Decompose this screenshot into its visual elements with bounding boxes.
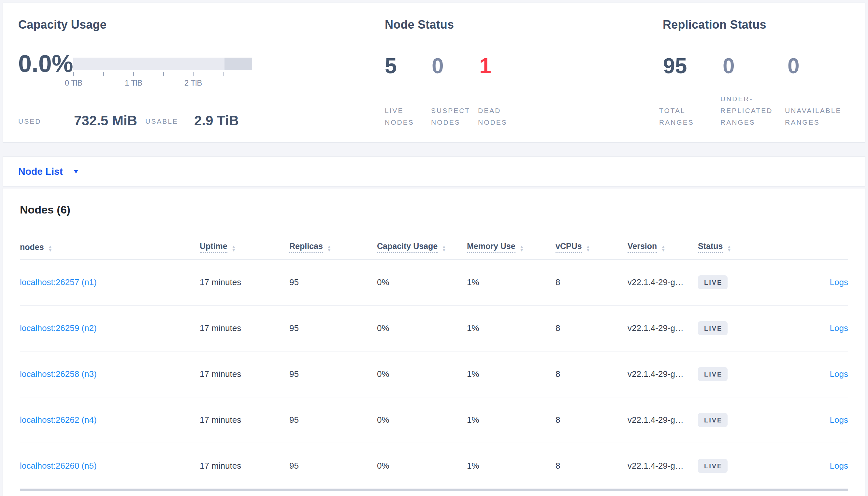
column-header-replicas[interactable]: Replicas ▲▼ xyxy=(289,242,377,253)
sort-arrows-icon: ▲▼ xyxy=(48,245,53,253)
status-cell: LIVE xyxy=(698,367,779,381)
sort-arrows-icon: ▲▼ xyxy=(232,245,236,253)
nodes-section-title: Nodes (6) xyxy=(3,188,865,216)
column-header-vcpus[interactable]: vCPUs ▲▼ xyxy=(555,242,628,253)
unavailable-ranges-count: 0 xyxy=(788,55,799,77)
live-nodes-label: LIVE NODES xyxy=(385,93,414,128)
node-link[interactable]: localhost:26259 (n2) xyxy=(20,323,200,333)
table-row: localhost:26259 (n2) 17 minutes 95 0% 1%… xyxy=(20,306,848,352)
replicas-cell: 95 xyxy=(289,277,377,288)
table-row: localhost:26257 (n1) 17 minutes 95 0% 1%… xyxy=(20,260,848,306)
sort-arrows-icon: ▲▼ xyxy=(442,245,446,253)
total-ranges-count: 95 xyxy=(663,55,687,77)
capacity-tick-label: 2 TiB xyxy=(177,78,210,88)
replicas-cell: 95 xyxy=(289,461,377,471)
nodes-table-card: Nodes (6) nodes ▲▼ Uptime ▲▼ Replicas ▲▼… xyxy=(3,188,865,496)
under-replicated-ranges-count: 0 xyxy=(723,55,735,77)
vcpus-cell: 8 xyxy=(555,277,628,288)
status-badge: LIVE xyxy=(698,459,728,473)
suspect-nodes-count: 0 xyxy=(432,55,444,77)
sort-arrows-icon: ▲▼ xyxy=(661,245,665,253)
vcpus-cell: 8 xyxy=(555,461,628,471)
sort-arrows-icon: ▲▼ xyxy=(586,245,590,253)
cluster-summary-card: Capacity Usage 0.0% 0 TiB 1 TiB 2 TiB US… xyxy=(3,3,865,142)
version-cell: v22.1.4-29-g… xyxy=(628,369,698,379)
vcpus-cell: 8 xyxy=(555,415,628,425)
status-badge: LIVE xyxy=(698,275,728,289)
logs-link[interactable]: Logs xyxy=(779,461,848,471)
dead-nodes-count: 1 xyxy=(479,55,491,77)
column-header-uptime[interactable]: Uptime ▲▼ xyxy=(200,242,289,253)
sort-arrows-icon: ▲▼ xyxy=(727,245,731,253)
status-badge: LIVE xyxy=(698,321,728,335)
table-row: localhost:26262 (n4) 17 minutes 95 0% 1%… xyxy=(20,398,848,443)
usable-value: 2.9 TiB xyxy=(194,113,239,128)
column-header-capacity-usage[interactable]: Capacity Usage ▲▼ xyxy=(377,242,467,253)
capacity-cell: 0% xyxy=(377,277,467,288)
uptime-cell: 17 minutes xyxy=(200,461,289,471)
node-status-title: Node Status xyxy=(385,18,454,32)
suspect-nodes-label: SUSPECT NODES xyxy=(431,93,470,128)
capacity-tick-label: 0 TiB xyxy=(57,78,90,88)
logs-link[interactable]: Logs xyxy=(779,323,848,333)
version-cell: v22.1.4-29-g… xyxy=(628,461,698,471)
used-value: 732.5 MiB xyxy=(74,113,137,128)
logs-link[interactable]: Logs xyxy=(779,415,848,425)
node-link[interactable]: localhost:26262 (n4) xyxy=(20,415,200,425)
version-cell: v22.1.4-29-g… xyxy=(628,415,698,425)
capacity-tick xyxy=(73,72,74,76)
vcpus-cell: 8 xyxy=(555,369,628,379)
capacity-tick xyxy=(163,72,164,76)
status-badge: LIVE xyxy=(698,367,728,381)
replicas-cell: 95 xyxy=(289,323,377,333)
total-ranges-label: TOTAL RANGES xyxy=(659,93,694,128)
memory-cell: 1% xyxy=(467,461,555,471)
uptime-cell: 17 minutes xyxy=(200,323,289,333)
replicas-cell: 95 xyxy=(289,415,377,425)
capacity-tick xyxy=(133,72,134,76)
capacity-tick xyxy=(223,72,224,76)
status-cell: LIVE xyxy=(698,459,779,473)
column-header-version[interactable]: Version ▲▼ xyxy=(628,242,698,253)
uptime-cell: 17 minutes xyxy=(200,415,289,425)
usable-label: USABLE xyxy=(145,118,178,125)
capacity-bar-reserved-segment xyxy=(224,58,252,70)
under-replicated-ranges-label: UNDER- REPLICATED RANGES xyxy=(720,93,773,128)
capacity-tick xyxy=(193,72,194,76)
logs-link[interactable]: Logs xyxy=(779,369,848,379)
sort-arrows-icon: ▲▼ xyxy=(327,245,331,253)
memory-cell: 1% xyxy=(467,369,555,379)
status-cell: LIVE xyxy=(698,413,779,427)
vcpus-cell: 8 xyxy=(555,323,628,333)
node-link[interactable]: localhost:26257 (n1) xyxy=(20,277,200,288)
chevron-down-icon: ▼ xyxy=(73,168,79,174)
logs-link[interactable]: Logs xyxy=(779,277,848,288)
table-header-row: nodes ▲▼ Uptime ▲▼ Replicas ▲▼ Capacity … xyxy=(20,228,848,260)
uptime-cell: 17 minutes xyxy=(200,277,289,288)
capacity-tick xyxy=(103,72,104,76)
table-row: localhost:26258 (n3) 17 minutes 95 0% 1%… xyxy=(20,352,848,398)
used-label: USED xyxy=(18,118,41,125)
memory-cell: 1% xyxy=(467,415,555,425)
column-header-nodes[interactable]: nodes ▲▼ xyxy=(20,243,200,253)
column-header-status[interactable]: Status ▲▼ xyxy=(698,242,779,253)
table-bottom-divider xyxy=(20,489,848,491)
node-list-dropdown-label: Node List xyxy=(18,166,63,177)
node-list-dropdown[interactable]: Node List ▼ xyxy=(3,156,865,186)
capacity-cell: 0% xyxy=(377,415,467,425)
memory-cell: 1% xyxy=(467,277,555,288)
capacity-percent: 0.0% xyxy=(18,52,73,76)
capacity-usage-title: Capacity Usage xyxy=(18,18,107,32)
column-header-memory-use[interactable]: Memory Use ▲▼ xyxy=(467,242,555,253)
capacity-cell: 0% xyxy=(377,369,467,379)
node-link[interactable]: localhost:26258 (n3) xyxy=(20,369,200,379)
capacity-tick-label: 1 TiB xyxy=(117,78,150,88)
uptime-cell: 17 minutes xyxy=(200,369,289,379)
dead-nodes-label: DEAD NODES xyxy=(478,93,507,128)
node-link[interactable]: localhost:26260 (n5) xyxy=(20,461,200,471)
status-badge: LIVE xyxy=(698,413,728,427)
table-row: localhost:26260 (n5) 17 minutes 95 0% 1%… xyxy=(20,443,848,489)
replicas-cell: 95 xyxy=(289,369,377,379)
capacity-bar xyxy=(73,58,252,70)
version-cell: v22.1.4-29-g… xyxy=(628,323,698,333)
